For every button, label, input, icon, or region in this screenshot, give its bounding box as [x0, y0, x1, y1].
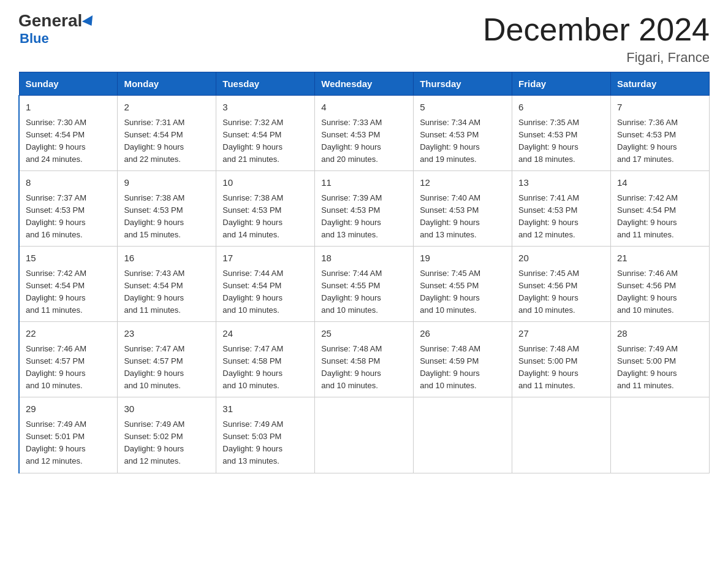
- day-cell: 4Sunrise: 7:33 AMSunset: 4:53 PMDaylight…: [315, 96, 414, 171]
- day-info: Sunrise: 7:40 AMSunset: 4:53 PMDaylight:…: [420, 192, 506, 242]
- day-number: 30: [124, 402, 210, 416]
- day-info: Sunrise: 7:37 AMSunset: 4:53 PMDaylight:…: [26, 192, 111, 242]
- day-cell: 31Sunrise: 7:49 AMSunset: 5:03 PMDayligh…: [216, 397, 315, 473]
- day-info: Sunrise: 7:46 AMSunset: 4:56 PMDaylight:…: [617, 267, 703, 317]
- day-cell: 7Sunrise: 7:36 AMSunset: 4:53 PMDaylight…: [611, 96, 710, 171]
- day-cell: 18Sunrise: 7:44 AMSunset: 4:55 PMDayligh…: [315, 247, 414, 322]
- header-cell-tuesday: Tuesday: [216, 72, 315, 96]
- header-cell-sunday: Sunday: [19, 72, 118, 96]
- day-info: Sunrise: 7:48 AMSunset: 5:00 PMDaylight:…: [518, 343, 604, 393]
- day-number: 1: [26, 101, 111, 115]
- day-number: 6: [518, 101, 604, 115]
- day-cell: 29Sunrise: 7:49 AMSunset: 5:01 PMDayligh…: [19, 397, 118, 473]
- day-cell: [512, 397, 611, 473]
- day-cell: [611, 397, 710, 473]
- day-cell: 3Sunrise: 7:32 AMSunset: 4:54 PMDaylight…: [216, 96, 315, 171]
- day-info: Sunrise: 7:42 AMSunset: 4:54 PMDaylight:…: [617, 192, 703, 242]
- day-cell: 6Sunrise: 7:35 AMSunset: 4:53 PMDaylight…: [512, 96, 611, 171]
- day-number: 14: [617, 176, 703, 190]
- day-number: 13: [518, 176, 604, 190]
- day-info: Sunrise: 7:30 AMSunset: 4:54 PMDaylight:…: [26, 117, 111, 166]
- day-number: 19: [420, 251, 506, 266]
- day-cell: 5Sunrise: 7:34 AMSunset: 4:53 PMDaylight…: [414, 96, 512, 171]
- day-number: 8: [26, 176, 111, 190]
- day-info: Sunrise: 7:47 AMSunset: 4:58 PMDaylight:…: [222, 343, 308, 393]
- header-cell-friday: Friday: [512, 72, 611, 96]
- day-info: Sunrise: 7:48 AMSunset: 4:59 PMDaylight:…: [420, 343, 506, 393]
- header-cell-wednesday: Wednesday: [315, 72, 414, 96]
- day-info: Sunrise: 7:33 AMSunset: 4:53 PMDaylight:…: [321, 117, 407, 166]
- day-info: Sunrise: 7:36 AMSunset: 4:53 PMDaylight:…: [617, 117, 703, 166]
- day-info: Sunrise: 7:32 AMSunset: 4:54 PMDaylight:…: [222, 117, 308, 166]
- day-number: 16: [124, 251, 210, 266]
- week-row: 29Sunrise: 7:49 AMSunset: 5:01 PMDayligh…: [19, 397, 710, 473]
- day-cell: 12Sunrise: 7:40 AMSunset: 4:53 PMDayligh…: [414, 171, 512, 247]
- day-info: Sunrise: 7:47 AMSunset: 4:57 PMDaylight:…: [124, 343, 210, 393]
- header-row: SundayMondayTuesdayWednesdayThursdayFrid…: [19, 72, 710, 96]
- day-info: Sunrise: 7:46 AMSunset: 4:57 PMDaylight:…: [26, 343, 111, 393]
- day-cell: 13Sunrise: 7:41 AMSunset: 4:53 PMDayligh…: [512, 171, 611, 247]
- day-info: Sunrise: 7:31 AMSunset: 4:54 PMDaylight:…: [124, 117, 210, 166]
- header-cell-thursday: Thursday: [414, 72, 512, 96]
- day-cell: 15Sunrise: 7:42 AMSunset: 4:54 PMDayligh…: [19, 247, 118, 322]
- day-number: 18: [321, 251, 407, 266]
- day-info: Sunrise: 7:49 AMSunset: 5:01 PMDaylight:…: [26, 418, 111, 468]
- day-cell: 26Sunrise: 7:48 AMSunset: 4:59 PMDayligh…: [414, 322, 512, 397]
- day-number: 12: [420, 176, 506, 190]
- logo: General Blue: [18, 12, 96, 47]
- header-cell-monday: Monday: [118, 72, 216, 96]
- day-cell: 17Sunrise: 7:44 AMSunset: 4:54 PMDayligh…: [216, 247, 315, 322]
- day-info: Sunrise: 7:49 AMSunset: 5:03 PMDaylight:…: [222, 418, 308, 468]
- day-info: Sunrise: 7:38 AMSunset: 4:53 PMDaylight:…: [124, 192, 210, 242]
- day-cell: 19Sunrise: 7:45 AMSunset: 4:55 PMDayligh…: [414, 247, 512, 322]
- day-info: Sunrise: 7:44 AMSunset: 4:54 PMDaylight:…: [222, 267, 308, 317]
- day-cell: [315, 397, 414, 473]
- logo-top: General: [18, 12, 96, 29]
- day-number: 29: [26, 402, 111, 416]
- day-number: 9: [124, 176, 210, 190]
- day-cell: 8Sunrise: 7:37 AMSunset: 4:53 PMDaylight…: [19, 171, 118, 247]
- day-number: 20: [518, 251, 604, 266]
- day-cell: 10Sunrise: 7:38 AMSunset: 4:53 PMDayligh…: [216, 171, 315, 247]
- calendar-table: SundayMondayTuesdayWednesdayThursdayFrid…: [18, 72, 710, 473]
- day-number: 23: [124, 327, 210, 341]
- title-area: December 2024 Figari, France: [483, 12, 710, 66]
- day-number: 10: [222, 176, 308, 190]
- logo-bottom: Blue: [20, 31, 49, 47]
- day-info: Sunrise: 7:45 AMSunset: 4:56 PMDaylight:…: [518, 267, 604, 317]
- header-cell-saturday: Saturday: [611, 72, 710, 96]
- day-number: 2: [124, 101, 210, 115]
- page-subtitle: Figari, France: [483, 50, 710, 66]
- day-number: 28: [617, 327, 703, 341]
- week-row: 8Sunrise: 7:37 AMSunset: 4:53 PMDaylight…: [19, 171, 710, 247]
- day-cell: 22Sunrise: 7:46 AMSunset: 4:57 PMDayligh…: [19, 322, 118, 397]
- day-info: Sunrise: 7:45 AMSunset: 4:55 PMDaylight:…: [420, 267, 506, 317]
- day-number: 27: [518, 327, 604, 341]
- day-cell: 2Sunrise: 7:31 AMSunset: 4:54 PMDaylight…: [118, 96, 216, 171]
- day-cell: [414, 397, 512, 473]
- day-info: Sunrise: 7:44 AMSunset: 4:55 PMDaylight:…: [321, 267, 407, 317]
- day-cell: 20Sunrise: 7:45 AMSunset: 4:56 PMDayligh…: [512, 247, 611, 322]
- day-info: Sunrise: 7:42 AMSunset: 4:54 PMDaylight:…: [26, 267, 111, 317]
- week-row: 1Sunrise: 7:30 AMSunset: 4:54 PMDaylight…: [19, 96, 710, 171]
- day-cell: 28Sunrise: 7:49 AMSunset: 5:00 PMDayligh…: [611, 322, 710, 397]
- day-number: 11: [321, 176, 407, 190]
- day-number: 5: [420, 101, 506, 115]
- day-number: 25: [321, 327, 407, 341]
- day-cell: 21Sunrise: 7:46 AMSunset: 4:56 PMDayligh…: [611, 247, 710, 322]
- day-number: 22: [26, 327, 111, 341]
- day-cell: 24Sunrise: 7:47 AMSunset: 4:58 PMDayligh…: [216, 322, 315, 397]
- week-row: 15Sunrise: 7:42 AMSunset: 4:54 PMDayligh…: [19, 247, 710, 322]
- day-info: Sunrise: 7:49 AMSunset: 5:00 PMDaylight:…: [617, 343, 703, 393]
- day-cell: 23Sunrise: 7:47 AMSunset: 4:57 PMDayligh…: [118, 322, 216, 397]
- day-info: Sunrise: 7:43 AMSunset: 4:54 PMDaylight:…: [124, 267, 210, 317]
- page-header: General Blue December 2024 Figari, Franc…: [18, 12, 710, 66]
- day-number: 24: [222, 327, 308, 341]
- day-cell: 30Sunrise: 7:49 AMSunset: 5:02 PMDayligh…: [118, 397, 216, 473]
- week-row: 22Sunrise: 7:46 AMSunset: 4:57 PMDayligh…: [19, 322, 710, 397]
- day-cell: 27Sunrise: 7:48 AMSunset: 5:00 PMDayligh…: [512, 322, 611, 397]
- day-cell: 14Sunrise: 7:42 AMSunset: 4:54 PMDayligh…: [611, 171, 710, 247]
- day-number: 17: [222, 251, 308, 266]
- day-number: 7: [617, 101, 703, 115]
- day-info: Sunrise: 7:49 AMSunset: 5:02 PMDaylight:…: [124, 418, 210, 468]
